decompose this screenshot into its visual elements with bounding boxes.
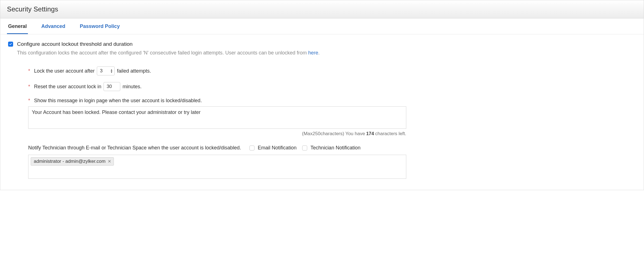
reset-label-pre: Reset the user account lock in	[34, 84, 101, 90]
notify-label: Notify Technician through E-mail or Tech…	[28, 145, 241, 151]
attempts-input[interactable]: 3 ▲▼	[97, 66, 115, 75]
configure-lockout-row: Configure account lockout threshold and …	[8, 41, 635, 47]
configure-help-text: This configuration locks the account aft…	[17, 50, 635, 56]
message-label-row: * Show this message in login page when t…	[28, 98, 635, 104]
notify-row: Notify Technician through E-mail or Tech…	[28, 145, 406, 151]
tab-advanced[interactable]: Advanced	[40, 18, 66, 34]
page-header: Security Settings	[0, 0, 644, 18]
reset-input[interactable]: 30	[104, 82, 120, 91]
char-remaining: (Max 250 characters) You have 174 charac…	[28, 131, 406, 137]
page-container: Security Settings General Advanced Passw…	[0, 0, 644, 190]
message-label: Show this message in login page when the…	[34, 98, 202, 104]
content-area: Configure account lockout threshold and …	[0, 34, 644, 190]
technician-notification-checkbox[interactable]	[302, 145, 307, 151]
email-notification-option: Email Notification	[249, 145, 297, 151]
required-asterisk: *	[28, 68, 30, 74]
recipient-chip: administrator - admin@zylker.com ✕	[31, 157, 114, 166]
tab-password-policy[interactable]: Password Policy	[79, 18, 121, 34]
reset-label-post: minutes.	[122, 84, 141, 90]
attempts-label-post: failed attempts.	[117, 68, 151, 74]
help-post: .	[318, 50, 319, 56]
remove-chip-icon[interactable]: ✕	[108, 159, 111, 164]
attempts-label-pre: Lock the user account after	[34, 68, 95, 74]
tabstrip: General Advanced Password Policy	[0, 18, 644, 34]
configure-lockout-label: Configure account lockout threshold and …	[17, 41, 133, 47]
required-asterisk: *	[28, 98, 30, 104]
attempts-row: * Lock the user account after 3 ▲▼ faile…	[28, 66, 635, 75]
unlock-here-link[interactable]: here	[308, 50, 318, 56]
recipients-box[interactable]: administrator - admin@zylker.com ✕	[28, 155, 406, 179]
chars-left-value: 174	[366, 131, 374, 137]
technician-notification-option: Technician Notification	[302, 145, 361, 151]
attempts-value: 3	[100, 68, 102, 74]
notify-options: Email Notification Technician Notificati…	[249, 145, 361, 151]
technician-notification-label: Technician Notification	[311, 145, 361, 151]
check-icon	[9, 42, 12, 46]
tab-general[interactable]: General	[7, 18, 28, 34]
reset-value: 30	[107, 84, 112, 89]
help-pre: This configuration locks the account aft…	[17, 50, 308, 56]
lockout-fields: * Lock the user account after 3 ▲▼ faile…	[28, 66, 635, 179]
required-asterisk: *	[28, 84, 30, 90]
lockout-message-textarea[interactable]	[28, 106, 406, 129]
configure-lockout-checkbox[interactable]	[8, 42, 13, 47]
reset-row: * Reset the user account lock in 30 minu…	[28, 82, 635, 91]
recipient-chip-text: administrator - admin@zylker.com	[34, 159, 105, 164]
spinner-icon[interactable]: ▲▼	[110, 69, 113, 73]
email-notification-label: Email Notification	[258, 145, 297, 151]
page-title: Security Settings	[7, 5, 637, 13]
email-notification-checkbox[interactable]	[249, 145, 254, 151]
